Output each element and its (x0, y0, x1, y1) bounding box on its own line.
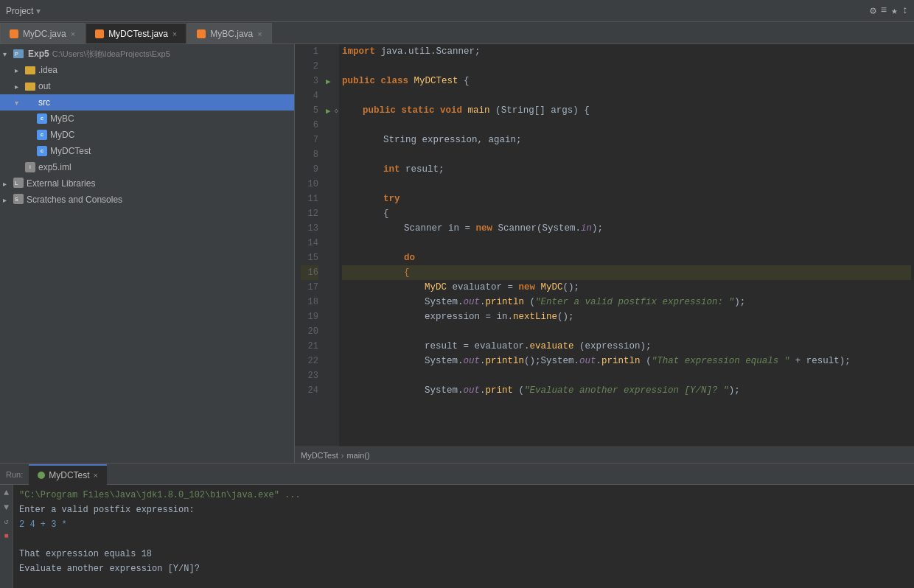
line-number: 4 (301, 88, 318, 103)
editor-area: 1 2 3 4 5 6 7 8 9 10 11 12 13 14 15 16 1 (295, 44, 914, 463)
line-number: 23 (301, 368, 318, 383)
folder-icon (25, 83, 35, 91)
tree-item-idea[interactable]: ▸ .idea (0, 62, 294, 78)
star-icon[interactable]: ★ (891, 4, 897, 17)
tab-mydctestjava[interactable]: MyDCTest.java × (86, 23, 186, 43)
breadcrumb-class[interactable]: MyDCTest (301, 451, 338, 460)
console-line-cmd: "C:\Program Files\Java\jdk1.8.0_102\bin\… (19, 488, 908, 503)
title-bar-icons: ⚙ ≡ ★ ↕ (870, 4, 908, 17)
code-line-22: System.out.println();System.out.println … (342, 354, 911, 368)
stop-button[interactable]: ■ (1, 532, 13, 544)
bottom-tab-close[interactable]: × (94, 471, 98, 480)
java-file-icon (10, 29, 18, 38)
code-line-2 (342, 59, 911, 74)
tab-mydcjava[interactable]: MyDC.java × (0, 23, 85, 43)
java-file-icon (95, 29, 104, 38)
tree-label: .idea (38, 65, 57, 75)
tab-bar: MyDC.java × MyDCTest.java × MyBC.java × (0, 22, 914, 44)
tree-label: Exp5 (28, 49, 49, 59)
line-number: 3 (301, 74, 318, 88)
svg-text:P: P (15, 52, 18, 57)
tab-close-icon[interactable]: × (172, 29, 177, 38)
run-arrow-line5[interactable]: ▶ (326, 103, 331, 118)
line-number: 15 (301, 251, 318, 265)
tree-item-mydc[interactable]: ▸ c MyDC (0, 127, 294, 143)
tab-mybcjava[interactable]: MyBC.java × (187, 23, 271, 43)
console-output[interactable]: "C:\Program Files\Java\jdk1.8.0_102\bin\… (13, 485, 914, 588)
class-icon: c (37, 146, 47, 156)
tree-item-exp5iml[interactable]: ▸ i exp5.iml (0, 159, 294, 175)
code-line-4 (342, 88, 911, 103)
bottom-tabs: Run: MyDCTest × (0, 464, 914, 485)
console-line-blank (19, 532, 908, 547)
tab-close-icon[interactable]: × (257, 29, 262, 38)
settings-icon[interactable]: ≡ (881, 4, 887, 17)
line-numbers: 1 2 3 4 5 6 7 8 9 10 11 12 13 14 15 16 1 (295, 44, 324, 447)
code-lines[interactable]: import java.util.Scanner; public class M… (339, 44, 914, 447)
bottom-content: ▲ ▼ ↺ ■ "C:\Program Files\Java\jdk1.8.0_… (0, 485, 914, 588)
bottom-panel: Run: MyDCTest × ▲ ▼ ↺ ■ "C:\Program File… (0, 463, 914, 588)
tree-item-mybc[interactable]: ▸ c MyBC (0, 111, 294, 127)
line-number: 5 (301, 103, 318, 118)
sort-icon[interactable]: ↕ (902, 4, 908, 17)
line-number: 7 (301, 133, 318, 147)
tree-label: MyDCTest (50, 146, 91, 156)
line-number: 19 (301, 309, 318, 324)
console-line-1: Enter a valid postfix expression: (19, 503, 908, 517)
gutter: ▶ ▶ ◇ (324, 44, 339, 447)
line-number: 21 (301, 339, 318, 354)
code-line-20 (342, 324, 911, 339)
scroll-down-button[interactable]: ▼ (1, 503, 13, 514)
line-number: 18 (301, 295, 318, 309)
line-number: 13 (301, 221, 318, 236)
tree-item-exp5[interactable]: ▾ P Exp5 C:\Users\张驰\IdeaProjects\Exp5 (0, 46, 294, 62)
tree-item-extlib[interactable]: ▸ L External Libraries (0, 175, 294, 192)
run-arrow-line3[interactable]: ▶ (326, 74, 331, 88)
scratch-icon: S (13, 194, 24, 206)
class-icon: c (37, 130, 47, 140)
breadcrumb-method[interactable]: main() (346, 451, 369, 460)
line-number: 20 (301, 324, 318, 339)
code-line-13: Scanner in = new Scanner(System.in); (342, 221, 911, 236)
breadcrumb-separator: › (341, 451, 344, 460)
tree-item-src[interactable]: ▾ src (0, 94, 294, 111)
code-line-19: expression = in.nextLine(); (342, 309, 911, 324)
tab-close-icon[interactable]: × (71, 29, 75, 38)
tree-item-scratches[interactable]: ▸ S Scratches and Consoles (0, 192, 294, 208)
svg-text:L: L (15, 180, 18, 186)
bottom-tab-mydctest[interactable]: MyDCTest × (29, 464, 107, 485)
line-number: 12 (301, 206, 318, 221)
title-dropdown-arrow[interactable]: ▾ (36, 6, 41, 16)
line-number: 22 (301, 354, 318, 368)
console-line-input: 2 4 + 3 * (19, 517, 908, 532)
scroll-up-button[interactable]: ▲ (1, 488, 13, 500)
code-line-21: result = evaluator.evaluate (expression)… (342, 339, 911, 354)
tree-label: src (38, 97, 50, 108)
code-line-1: import java.util.Scanner; (342, 44, 911, 59)
gear-icon[interactable]: ⚙ (870, 4, 876, 17)
rerun-button[interactable]: ↺ (1, 517, 13, 529)
class-icon: c (37, 113, 47, 124)
code-line-24: System.out.print ("Evaluate another expr… (342, 383, 911, 398)
run-label: Run: (0, 470, 29, 479)
line-number: 14 (301, 236, 318, 251)
extlib-icon: L (13, 178, 24, 190)
tree-item-out[interactable]: ▸ out (0, 78, 294, 94)
line-number: 2 (301, 59, 318, 74)
code-line-8 (342, 147, 911, 162)
tree-arrow: ▾ (15, 99, 25, 107)
code-editor[interactable]: 1 2 3 4 5 6 7 8 9 10 11 12 13 14 15 16 1 (295, 44, 914, 447)
tree-item-mydctest[interactable]: ▸ c MyDCTest (0, 143, 294, 159)
line-number: 9 (301, 162, 318, 177)
line-number: 24 (301, 383, 318, 398)
code-line-16: { (342, 265, 911, 280)
code-line-23 (342, 368, 911, 383)
title-bar: Project ▾ ⚙ ≡ ★ ↕ (0, 0, 914, 22)
sidebar: ▾ P Exp5 C:\Users\张驰\IdeaProjects\Exp5 ▸… (0, 44, 295, 463)
bookmark-line5: ◇ (335, 103, 338, 118)
code-line-11: try (342, 192, 911, 206)
code-line-3: public class MyDCTest { (342, 74, 911, 88)
line-number: 1 (301, 44, 318, 59)
code-line-10 (342, 177, 911, 192)
project-title: Project (6, 6, 33, 16)
